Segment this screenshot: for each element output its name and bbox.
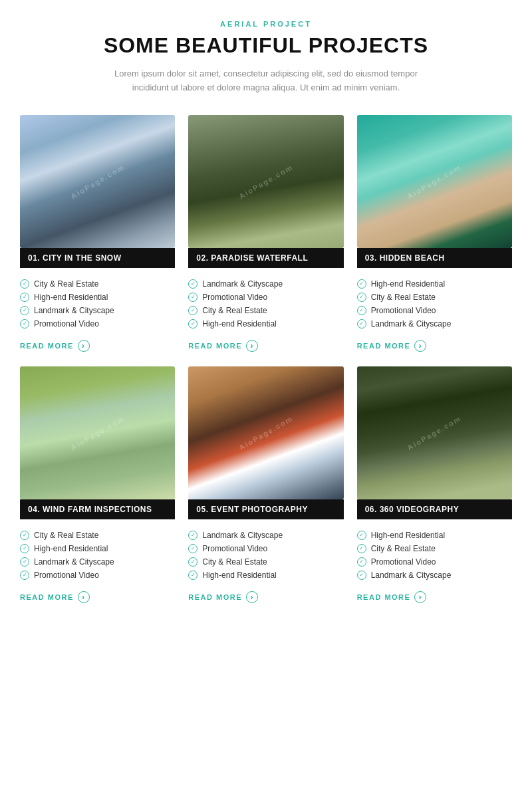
feature-item: City & Real Estate bbox=[357, 291, 512, 304]
feature-label: Landmark & Cityscape bbox=[371, 571, 452, 580]
feature-label: City & Real Estate bbox=[34, 531, 98, 540]
feature-item: Landmark & Cityscape bbox=[188, 277, 343, 291]
feature-label: Promotional Video bbox=[371, 557, 436, 567]
check-icon bbox=[188, 279, 198, 289]
project-features-2: Landmark & CityscapePromotional VideoCit… bbox=[188, 277, 343, 331]
check-icon bbox=[357, 293, 366, 302]
project-features-6: High-end ResidentialCity & Real EstatePr… bbox=[357, 529, 512, 582]
check-icon bbox=[357, 279, 366, 289]
watermark: AioPage.com bbox=[237, 162, 294, 200]
read-more-label: READ MORE bbox=[357, 342, 411, 350]
project-card-2: AioPage.com02. PARADISE WATERFALLLandmar… bbox=[188, 115, 343, 352]
arrow-circle-icon bbox=[78, 340, 90, 352]
watermark: AioPage.com bbox=[69, 414, 126, 451]
check-icon bbox=[188, 306, 198, 315]
feature-item: City & Real Estate bbox=[188, 304, 343, 317]
section-header: AERIAL PROJECT SOME BEAUTIFUL PROJECTS L… bbox=[20, 20, 512, 95]
read-more-label: READ MORE bbox=[188, 593, 242, 601]
project-card-4: AioPage.com04. WIND FARM INSPECTIONSCity… bbox=[20, 366, 175, 603]
check-icon bbox=[20, 306, 29, 315]
check-icon bbox=[188, 571, 198, 580]
feature-item: Promotional Video bbox=[20, 569, 175, 582]
project-title-2: 02. PARADISE WATERFALL bbox=[188, 248, 343, 268]
arrow-circle-icon bbox=[78, 591, 90, 603]
feature-label: Promotional Video bbox=[202, 544, 267, 553]
feature-item: Promotional Video bbox=[188, 291, 343, 304]
feature-item: High-end Residential bbox=[357, 529, 512, 542]
feature-item: Promotional Video bbox=[188, 542, 343, 555]
check-icon bbox=[357, 571, 366, 580]
feature-item: City & Real Estate bbox=[188, 555, 343, 569]
project-card-1: AioPage.com01. CITY IN THE SNOWCity & Re… bbox=[20, 115, 175, 352]
feature-label: Landmark & Cityscape bbox=[202, 531, 283, 540]
check-icon bbox=[357, 531, 366, 540]
project-features-1: City & Real EstateHigh-end ResidentialLa… bbox=[20, 277, 175, 331]
feature-item: City & Real Estate bbox=[357, 542, 512, 555]
project-title-5: 05. EVENT PHOTOGRAPHY bbox=[188, 499, 343, 519]
section-description: Lorem ipsum dolor sit amet, consectetur … bbox=[100, 67, 432, 95]
arrow-circle-icon bbox=[414, 340, 426, 352]
feature-label: City & Real Estate bbox=[34, 279, 98, 289]
feature-item: Landmark & Cityscape bbox=[357, 569, 512, 582]
feature-item: Landmark & Cityscape bbox=[188, 529, 343, 542]
check-icon bbox=[357, 544, 366, 553]
feature-label: City & Real Estate bbox=[202, 306, 267, 315]
project-image-3: AioPage.com bbox=[357, 115, 512, 248]
feature-label: High-end Residential bbox=[371, 531, 445, 540]
project-image-4: AioPage.com bbox=[20, 366, 175, 499]
section-label: AERIAL PROJECT bbox=[20, 20, 512, 28]
watermark: AioPage.com bbox=[406, 414, 463, 451]
feature-item: City & Real Estate bbox=[20, 277, 175, 291]
read-more-label: READ MORE bbox=[188, 342, 242, 350]
project-features-4: City & Real EstateHigh-end ResidentialLa… bbox=[20, 529, 175, 582]
watermark: AioPage.com bbox=[69, 162, 126, 200]
feature-label: Promotional Video bbox=[202, 293, 267, 302]
read-more-5[interactable]: READ MORE bbox=[188, 591, 343, 603]
project-card-5: AioPage.com05. EVENT PHOTOGRAPHYLandmark… bbox=[188, 366, 343, 603]
check-icon bbox=[357, 319, 366, 329]
feature-label: City & Real Estate bbox=[371, 293, 436, 302]
project-features-3: High-end ResidentialCity & Real EstatePr… bbox=[357, 277, 512, 331]
check-icon bbox=[20, 557, 29, 567]
feature-label: Landmark & Cityscape bbox=[34, 557, 114, 567]
feature-item: Landmark & Cityscape bbox=[357, 317, 512, 331]
feature-label: High-end Residential bbox=[371, 279, 445, 289]
project-image-6: AioPage.com bbox=[357, 366, 512, 499]
read-more-label: READ MORE bbox=[20, 593, 74, 601]
check-icon bbox=[20, 544, 29, 553]
feature-item: Promotional Video bbox=[357, 555, 512, 569]
check-icon bbox=[20, 571, 29, 580]
feature-label: Promotional Video bbox=[34, 319, 99, 329]
feature-item: High-end Residential bbox=[20, 291, 175, 304]
project-card-6: AioPage.com06. 360 VIDEOGRAPHYHigh-end R… bbox=[357, 366, 512, 603]
project-title-1: 01. CITY IN THE SNOW bbox=[20, 248, 175, 268]
project-title-3: 03. HIDDEN BEACH bbox=[357, 248, 512, 268]
read-more-6[interactable]: READ MORE bbox=[357, 591, 512, 603]
arrow-circle-icon bbox=[246, 591, 258, 603]
projects-grid: AioPage.com01. CITY IN THE SNOWCity & Re… bbox=[20, 115, 512, 603]
read-more-label: READ MORE bbox=[20, 342, 74, 350]
project-image-1: AioPage.com bbox=[20, 115, 175, 248]
check-icon bbox=[20, 531, 29, 540]
feature-label: Promotional Video bbox=[34, 571, 99, 580]
read-more-1[interactable]: READ MORE bbox=[20, 340, 175, 352]
feature-item: High-end Residential bbox=[188, 317, 343, 331]
feature-label: Landmark & Cityscape bbox=[34, 306, 114, 315]
project-image-2: AioPage.com bbox=[188, 115, 343, 248]
read-more-3[interactable]: READ MORE bbox=[357, 340, 512, 352]
feature-label: Landmark & Cityscape bbox=[371, 319, 452, 329]
feature-label: High-end Residential bbox=[34, 293, 108, 302]
check-icon bbox=[188, 544, 198, 553]
feature-label: City & Real Estate bbox=[202, 557, 267, 567]
feature-label: High-end Residential bbox=[202, 571, 276, 580]
read-more-2[interactable]: READ MORE bbox=[188, 340, 343, 352]
check-icon bbox=[188, 293, 198, 302]
read-more-label: READ MORE bbox=[357, 593, 411, 601]
arrow-circle-icon bbox=[414, 591, 426, 603]
feature-label: City & Real Estate bbox=[371, 544, 436, 553]
feature-item: High-end Residential bbox=[357, 277, 512, 291]
check-icon bbox=[20, 279, 29, 289]
feature-item: City & Real Estate bbox=[20, 529, 175, 542]
read-more-4[interactable]: READ MORE bbox=[20, 591, 175, 603]
feature-label: High-end Residential bbox=[202, 319, 276, 329]
